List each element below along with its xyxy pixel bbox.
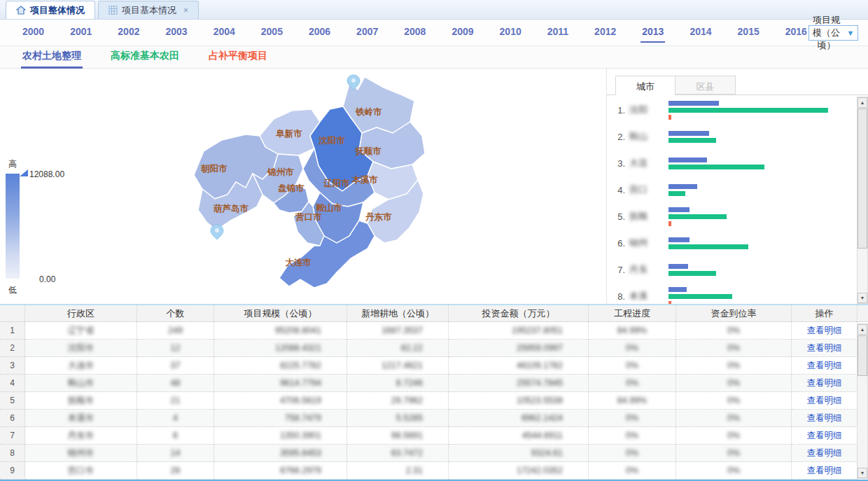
city-name: 营口 [629, 183, 668, 196]
category-tab-bar: 农村土地整理 高标准基本农田 占补平衡项目 [0, 46, 868, 69]
tab-project-basic[interactable]: 项目基本情况 × [98, 1, 199, 19]
tab-city[interactable]: 城市 [615, 76, 676, 95]
ranking-item[interactable]: 5.抚顺 [607, 203, 855, 230]
bar-g [668, 244, 748, 249]
cell-newland: 82.22 [347, 340, 449, 357]
year-tab-2013[interactable]: 2013 [640, 23, 665, 43]
city-name: 沈阳 [629, 104, 668, 116]
chevron-down-icon: ▼ [844, 29, 858, 37]
cell-funding: 0% [676, 445, 792, 462]
cell-invest: 195237.8051 [449, 322, 589, 340]
scroll-up-icon[interactable]: ▲ [858, 97, 867, 108]
view-detail-link[interactable]: 查看明细 [807, 360, 842, 372]
scrollbar-thumb[interactable] [858, 109, 867, 249]
cell-count: 26 [137, 462, 214, 480]
cell-newland: 8.7246 [347, 375, 449, 392]
cell-progress: 0% [589, 375, 676, 392]
ranking-item[interactable]: 6.锦州 [607, 230, 855, 256]
year-tab-2003[interactable]: 2003 [164, 23, 188, 43]
year-tab-2008[interactable]: 2008 [402, 23, 427, 43]
cell-progress: 0% [589, 357, 676, 375]
year-tab-2015[interactable]: 2015 [736, 23, 761, 43]
year-tab-2001[interactable]: 2001 [69, 23, 93, 43]
year-tab-2012[interactable]: 2012 [593, 23, 617, 43]
scroll-down-icon[interactable]: ▼ [858, 468, 867, 478]
map-canvas: 铁岭市阜新市抚顺市沈阳市朝阳市锦州市盘锦市本溪市辽阳市葫芦岛市鞍山市营口市丹东市… [0, 69, 606, 304]
ranking-item[interactable]: 7.丹东 [607, 256, 855, 283]
year-tab-2011[interactable]: 2011 [546, 23, 570, 43]
scrollbar-thumb[interactable] [858, 335, 867, 376]
panel-scrollbar[interactable]: ▲ ▼ [857, 97, 868, 304]
bar-g [668, 191, 685, 196]
bar-b [668, 131, 709, 136]
year-tab-2010[interactable]: 2010 [498, 23, 523, 43]
bar-group [668, 237, 855, 249]
year-tab-2006[interactable]: 2006 [307, 23, 332, 43]
ranking-item[interactable]: 3.大连 [607, 150, 855, 176]
tab-project-overview[interactable]: 项目整体情况 [6, 1, 95, 19]
view-detail-link[interactable]: 查看明细 [807, 447, 842, 459]
cell-scale: 758.7479 [214, 410, 347, 427]
cell-funding: 0% [676, 392, 792, 410]
year-tab-2007[interactable]: 2007 [355, 23, 379, 43]
close-icon[interactable]: × [183, 6, 188, 15]
row-number: 7 [0, 427, 25, 445]
year-tab-2005[interactable]: 2005 [260, 23, 284, 43]
ranking-item[interactable]: 1.沈阳 [607, 97, 855, 123]
cell-newland: 2.31 [347, 462, 449, 480]
legend-min-value: 0.00 [39, 274, 55, 284]
column-header: 资金到位率 [676, 305, 792, 321]
ranking-item[interactable]: 2.鞍山 [607, 123, 855, 150]
year-bar: 2000200120022003200420052006200720082009… [0, 20, 868, 46]
view-detail-link[interactable]: 查看明细 [807, 342, 842, 354]
tab-rural-land[interactable]: 农村土地整理 [21, 46, 83, 68]
table-row: 4鞍山市489614.77948.724625574.78450%0%查看明细 [0, 375, 868, 392]
cell-scale: 8225.7782 [214, 357, 347, 375]
map-label-大连市: 大连市 [285, 258, 312, 267]
cell-region: 大连市 [25, 357, 137, 375]
rank-number: 5. [607, 211, 625, 222]
ranking-item[interactable]: 8.本溪 [607, 283, 855, 304]
ranking-item[interactable]: 4.营口 [607, 176, 855, 203]
ranking-panel: 城市 区县 1.沈阳2.鞍山3.大连4.营口5.抚顺6.锦州7.丹东8.本溪 ▲… [606, 69, 868, 304]
view-detail-link[interactable]: 查看明细 [807, 412, 842, 424]
cell-invest: 25959.0997 [449, 340, 589, 357]
year-tab-2004[interactable]: 2004 [212, 23, 237, 43]
table-scrollbar[interactable]: ▲ ▼ [857, 323, 868, 479]
bar-g [668, 271, 716, 276]
year-tab-2016[interactable]: 2016 [784, 23, 808, 43]
bar-b [668, 264, 688, 269]
tab-high-standard-farmland[interactable]: 高标准基本农田 [109, 46, 181, 68]
cell-region: 沈阳市 [25, 340, 137, 357]
cell-count: 12 [137, 340, 214, 357]
view-detail-link[interactable]: 查看明细 [807, 395, 842, 407]
view-detail-link[interactable]: 查看明细 [807, 430, 842, 442]
bar-g [668, 165, 764, 169]
year-tab-2009[interactable]: 2009 [450, 23, 475, 43]
view-detail-link[interactable]: 查看明细 [807, 377, 842, 389]
column-header: 个数 [137, 305, 214, 321]
view-detail-link[interactable]: 查看明细 [807, 465, 842, 477]
view-detail-link[interactable]: 查看明细 [807, 325, 842, 337]
map-pin-icon[interactable] [211, 225, 223, 239]
cell-count: 6 [137, 427, 214, 445]
scroll-up-icon[interactable]: ▲ [858, 324, 867, 335]
cell-scale: 6766.2979 [214, 462, 347, 480]
row-number: 6 [0, 410, 25, 427]
table-body: 1辽宁省24995208.80411687.3537195237.805184.… [0, 322, 868, 480]
scroll-down-icon[interactable]: ▼ [858, 293, 867, 303]
table-row: 2沈阳市1212088.432182.2225959.09970%0%查看明细 [0, 340, 868, 357]
cell-newland: 1687.3537 [347, 322, 449, 340]
cell-invest: 17242.0352 [449, 462, 589, 480]
year-tab-2002[interactable]: 2002 [116, 23, 141, 43]
bar-g [668, 294, 732, 299]
bar-group [668, 184, 855, 196]
bar-r [668, 115, 671, 120]
year-tab-2014[interactable]: 2014 [688, 23, 713, 43]
map-label-丹东市: 丹东市 [365, 212, 392, 222]
tab-district[interactable]: 区县 [676, 76, 736, 95]
year-tab-2000[interactable]: 2000 [21, 23, 46, 43]
column-header: 项目规模（公顷） [214, 305, 347, 321]
metric-dropdown[interactable]: 项目规模（公顷） ▼ [808, 25, 858, 41]
tab-balance-projects[interactable]: 占补平衡项目 [207, 46, 269, 68]
